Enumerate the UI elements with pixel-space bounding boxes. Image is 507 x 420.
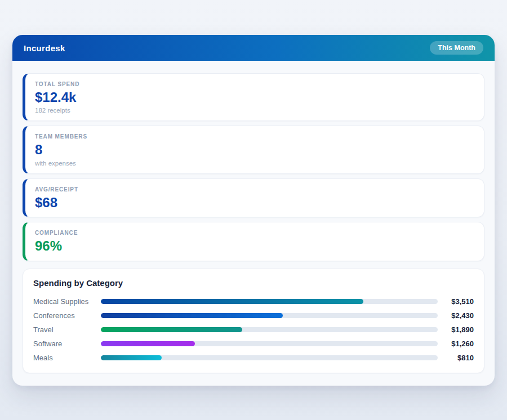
value-label: $810 xyxy=(438,354,474,362)
app-title: Incurdesk xyxy=(24,43,65,53)
category-label: Conferences xyxy=(33,311,101,320)
bar-track xyxy=(101,313,438,318)
stat-card-avg-receipt: AVG/RECEIPT $68 xyxy=(23,178,484,217)
stat-label: AVG/RECEIPT xyxy=(35,186,475,193)
chart-row-meals: Meals $810 xyxy=(33,351,474,365)
stat-label: COMPLIANCE xyxy=(35,230,475,236)
stat-subtext: 182 receipts xyxy=(35,107,475,114)
bar-track xyxy=(101,341,438,346)
value-label: $3,510 xyxy=(438,297,474,306)
stat-card-team-members: TEAM MEMBERS 8 with expenses xyxy=(23,126,484,173)
stat-label: TOTAL SPEND xyxy=(35,81,475,87)
bar-fill xyxy=(101,327,242,332)
category-label: Software xyxy=(33,339,101,348)
category-label: Travel xyxy=(33,325,101,334)
value-label: $1,890 xyxy=(438,325,474,334)
stat-card-compliance: COMPLIANCE 96% xyxy=(23,222,484,261)
chart-title: Spending by Category xyxy=(33,278,474,288)
spending-by-category-chart: Spending by Category Medical Supplies $3… xyxy=(23,269,484,373)
bar-fill xyxy=(101,313,283,318)
stat-label: TEAM MEMBERS xyxy=(35,133,475,140)
bar-fill xyxy=(101,341,195,346)
chart-row-travel: Travel $1,890 xyxy=(33,323,474,337)
category-label: Meals xyxy=(33,354,101,362)
chart-row-medical-supplies: Medical Supplies $3,510 xyxy=(33,294,474,309)
stat-subtext: with expenses xyxy=(35,160,475,167)
bar-track xyxy=(101,299,438,304)
stat-value: $68 xyxy=(35,195,475,210)
dashboard-panel: Incurdesk This Month TOTAL SPEND $12.4k … xyxy=(12,35,495,386)
bar-fill xyxy=(101,355,162,360)
stat-value: $12.4k xyxy=(35,90,475,105)
stat-value: 96% xyxy=(35,239,475,253)
bar-fill xyxy=(101,299,363,304)
dashboard-content: TOTAL SPEND $12.4k 182 receipts TEAM MEM… xyxy=(12,61,495,383)
value-label: $1,260 xyxy=(438,339,474,348)
period-badge[interactable]: This Month xyxy=(430,41,483,55)
category-label: Medical Supplies xyxy=(33,297,101,306)
stat-card-total-spend: TOTAL SPEND $12.4k 182 receipts xyxy=(23,73,484,121)
value-label: $2,430 xyxy=(438,311,474,320)
bar-track xyxy=(101,355,438,360)
chart-row-conferences: Conferences $2,430 xyxy=(33,309,474,323)
chart-row-software: Software $1,260 xyxy=(33,337,474,351)
stat-value: 8 xyxy=(35,142,475,157)
app-header: Incurdesk This Month xyxy=(12,35,495,61)
bar-track xyxy=(101,327,438,332)
